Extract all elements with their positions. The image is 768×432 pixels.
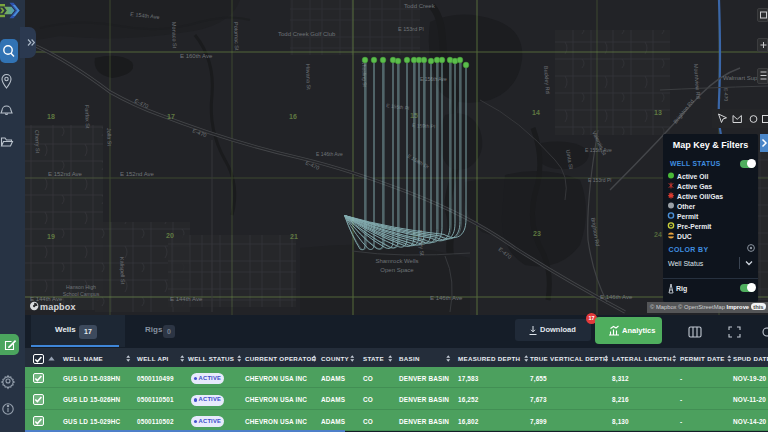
svg-text:Hanson High: Hanson High <box>66 284 96 290</box>
svg-text:E 160th Ave: E 160th Ave <box>180 53 213 59</box>
svg-text:Potomac St: Potomac St <box>233 22 240 51</box>
svg-text:24: 24 <box>654 231 662 238</box>
svg-text:13: 13 <box>654 109 662 116</box>
svg-text:Kalispell St: Kalispell St <box>119 257 126 285</box>
svg-text:E 146th Ave: E 146th Ave <box>600 294 633 300</box>
svg-text:E 146th Ave: E 146th Ave <box>430 295 463 301</box>
svg-text:21: 21 <box>290 233 298 240</box>
svg-text:E-470: E-470 <box>723 88 729 102</box>
svg-text:E 152nd Ave: E 152nd Ave <box>48 171 83 177</box>
svg-text:E 155th Ave: E 155th Ave <box>585 147 612 153</box>
svg-text:19: 19 <box>47 233 55 240</box>
svg-text:23: 23 <box>533 230 541 237</box>
svg-text:Todd Creek Golf Club: Todd Creek Golf Club <box>278 31 336 37</box>
svg-text:E 152nd Ave: E 152nd Ave <box>120 171 155 177</box>
svg-text:Wheeling St: Wheeling St <box>361 60 368 88</box>
svg-text:18: 18 <box>47 113 55 120</box>
svg-text:Fairfax St: Fairfax St <box>84 105 91 129</box>
svg-text:E 153rd Pl: E 153rd Pl <box>398 26 424 32</box>
svg-text:E 146th Ave: E 146th Ave <box>316 151 343 157</box>
svg-text:Monaco St: Monaco St <box>171 22 178 49</box>
svg-text:E 144th Ave: E 144th Ave <box>170 296 203 302</box>
svg-text:Open Space: Open Space <box>380 267 414 273</box>
svg-text:Todd Creek: Todd Creek <box>404 3 436 9</box>
svg-text:Havana St: Havana St <box>305 64 312 90</box>
svg-text:20: 20 <box>166 232 174 239</box>
svg-text:16: 16 <box>289 113 297 120</box>
svg-text:14: 14 <box>532 109 540 116</box>
svg-text:School Campus: School Campus <box>63 291 100 297</box>
svg-text:Jolla St: Jolla St <box>106 128 113 147</box>
svg-text:Cherry St: Cherry St <box>34 130 41 154</box>
svg-text:Shamrock Wells: Shamrock Wells <box>375 258 418 264</box>
svg-text:mapbox: mapbox <box>40 302 76 312</box>
svg-text:17: 17 <box>167 113 175 120</box>
svg-text:E 153rd Pl: E 153rd Pl <box>588 177 611 183</box>
